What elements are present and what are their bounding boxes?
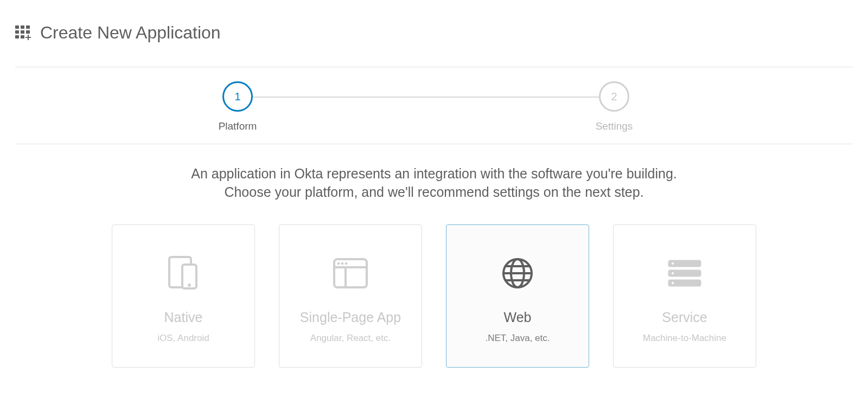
step-label: Settings [582, 120, 647, 132]
svg-rect-5 [26, 30, 30, 34]
svg-point-27 [672, 282, 674, 285]
step-number-badge: 2 [599, 81, 629, 112]
svg-point-17 [341, 262, 343, 265]
platform-card-title: Service [662, 310, 707, 325]
step-settings[interactable]: 2 Settings [582, 81, 647, 132]
svg-rect-3 [15, 30, 19, 34]
platform-card-native[interactable]: Native iOS, Android [112, 224, 255, 368]
browser-window-icon [333, 248, 368, 299]
platform-card-spa[interactable]: Single-Page App Angular, React, etc. [279, 224, 422, 368]
platform-card-title: Single-Page App [300, 310, 401, 325]
native-devices-icon [164, 248, 203, 299]
platform-card-subtitle: Angular, React, etc. [310, 333, 391, 344]
step-platform[interactable]: 1 Platform [205, 81, 270, 132]
globe-icon [501, 248, 534, 299]
svg-point-18 [345, 262, 347, 265]
app-grid-add-icon [15, 25, 33, 41]
wizard-stepper: 1 Platform 2 Settings [15, 67, 853, 144]
svg-rect-1 [21, 25, 24, 29]
svg-rect-2 [26, 25, 30, 29]
stepper-track [248, 97, 620, 98]
page-header: Create New Application [15, 23, 853, 67]
step-number-badge: 1 [222, 81, 253, 112]
svg-point-12 [188, 284, 191, 287]
platform-card-title: Web [504, 310, 532, 325]
intro-text: An application in Okta represents an int… [15, 144, 853, 224]
platform-card-subtitle: Machine-to-Machine [643, 333, 726, 344]
intro-line-1: An application in Okta represents an int… [191, 166, 677, 181]
svg-point-26 [672, 272, 674, 275]
platform-card-row: Native iOS, Android Single-Page App Angu… [15, 224, 853, 368]
platform-card-subtitle: .NET, Java, etc. [485, 333, 550, 344]
svg-point-25 [672, 262, 674, 265]
svg-rect-4 [21, 30, 24, 34]
platform-card-subtitle: iOS, Android [157, 333, 209, 344]
page-title: Create New Application [40, 23, 221, 43]
svg-rect-7 [21, 35, 24, 38]
svg-point-16 [337, 262, 340, 265]
platform-card-web[interactable]: Web .NET, Java, etc. [446, 224, 589, 368]
svg-rect-9 [25, 37, 31, 38]
step-label: Platform [205, 120, 270, 132]
svg-rect-6 [15, 35, 19, 38]
platform-card-title: Native [164, 310, 203, 325]
intro-line-2: Choose your platform, and we'll recommen… [224, 184, 643, 200]
svg-rect-0 [15, 25, 19, 29]
platform-card-service[interactable]: Service Machine-to-Machine [613, 224, 756, 368]
server-stack-icon [665, 248, 704, 299]
